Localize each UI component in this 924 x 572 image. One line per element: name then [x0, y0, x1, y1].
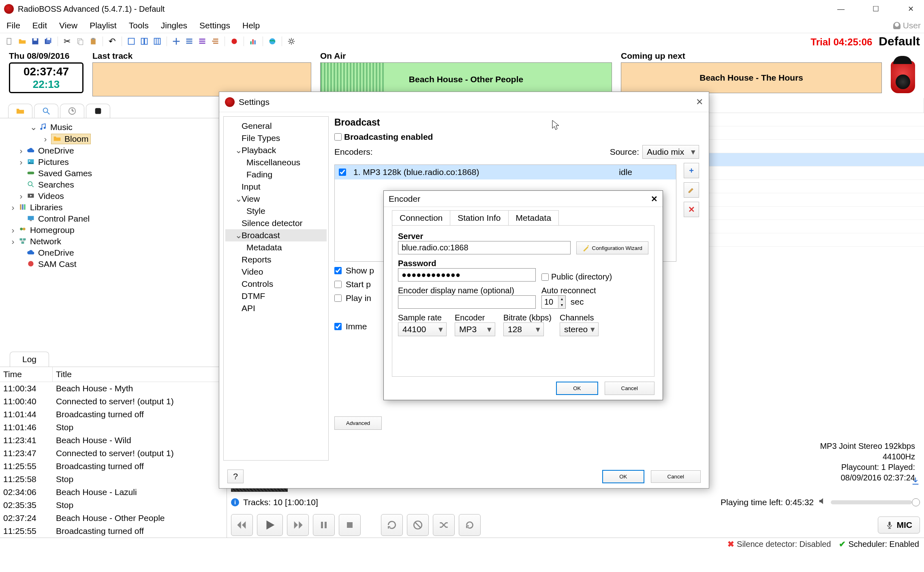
- copy-icon[interactable]: [75, 36, 86, 47]
- tree-item[interactable]: Saved Games: [2, 168, 225, 179]
- volume-slider[interactable]: [831, 500, 912, 504]
- encoder-close-button[interactable]: ✕: [651, 194, 658, 204]
- new-file-icon[interactable]: [4, 36, 15, 47]
- log-row[interactable]: 11:25:55Broadcasting turned off: [0, 460, 227, 473]
- tree-item[interactable]: ›Network: [2, 236, 225, 247]
- menu-playlist[interactable]: Playlist: [86, 19, 120, 32]
- show-p-checkbox[interactable]: [334, 267, 342, 274]
- encoder-delete-button[interactable]: ✕: [684, 202, 699, 217]
- settings-tree-item[interactable]: Fading: [225, 169, 327, 181]
- settings-tree-item[interactable]: Metadata: [225, 241, 327, 254]
- tab-search[interactable]: [34, 104, 58, 118]
- list2-icon[interactable]: [197, 36, 207, 47]
- list1-icon[interactable]: [184, 36, 195, 47]
- stats-icon[interactable]: [248, 36, 259, 47]
- layout3-icon[interactable]: [152, 36, 163, 47]
- paste-icon[interactable]: [88, 36, 98, 47]
- log-row[interactable]: 11:23:41Beach House - Wild: [0, 434, 227, 447]
- tree-item[interactable]: ›Bloom: [2, 133, 225, 145]
- settings-tree[interactable]: GeneralFile Types⌄PlaybackMiscellaneousF…: [223, 116, 329, 461]
- save-all-icon[interactable]: [43, 36, 53, 47]
- settings-tree-item[interactable]: Controls: [225, 278, 327, 290]
- tree-item[interactable]: ›Pictures: [2, 156, 225, 168]
- tree-item[interactable]: ›Homegroup: [2, 224, 225, 236]
- encoder-row[interactable]: 1. MP3 128k (blue.radio.co:1868) idle: [335, 165, 676, 179]
- user-menu[interactable]: User: [893, 21, 921, 30]
- password-input[interactable]: [398, 268, 536, 282]
- server-input[interactable]: [398, 241, 571, 254]
- broadcasting-enabled-checkbox[interactable]: Broadcasting enabled: [334, 132, 699, 142]
- gear-icon[interactable]: [286, 36, 297, 47]
- tab-station-info[interactable]: Station Info: [450, 210, 508, 225]
- volume-knob[interactable]: [912, 498, 920, 506]
- tab-schedule[interactable]: [60, 104, 84, 118]
- tree-item[interactable]: SAM Cast: [2, 258, 225, 270]
- tree-item[interactable]: ›Libraries: [2, 202, 225, 213]
- volume-icon[interactable]: [818, 497, 827, 508]
- log-row[interactable]: 02:34:06Beach House - Lazuli: [0, 486, 227, 499]
- encoder-edit-button[interactable]: [684, 182, 699, 198]
- sample-rate-select[interactable]: 44100: [398, 322, 447, 336]
- log-row[interactable]: 11:25:55Broadcasting turned off: [0, 525, 227, 538]
- log-row[interactable]: 11:00:34Beach House - Myth: [0, 382, 227, 395]
- encoder-type-select[interactable]: MP3: [455, 322, 495, 336]
- encoder-enabled-checkbox[interactable]: [339, 169, 346, 176]
- shuffle-button[interactable]: [433, 514, 455, 536]
- menu-jingles[interactable]: Jingles: [158, 19, 190, 32]
- refresh-button[interactable]: [459, 514, 481, 536]
- cut-icon[interactable]: ✂: [62, 36, 73, 47]
- settings-cancel-button[interactable]: Cancel: [651, 470, 701, 483]
- prev-button[interactable]: [231, 514, 253, 536]
- start-p-checkbox[interactable]: [334, 281, 342, 288]
- tab-connection[interactable]: Connection: [392, 210, 450, 225]
- menu-help[interactable]: Help: [239, 19, 263, 32]
- scheduler-status[interactable]: Scheduler: Enabled: [839, 539, 919, 549]
- skip-button[interactable]: [407, 514, 429, 536]
- settings-help-button[interactable]: ?: [227, 470, 244, 483]
- folder-tree[interactable]: ⌄Music›Bloom›OneDrive›PicturesSaved Game…: [0, 118, 227, 347]
- encoder-add-button[interactable]: +: [684, 163, 699, 178]
- reconnect-spinner[interactable]: ▴▾: [541, 295, 566, 309]
- log-row[interactable]: 11:25:58Stop: [0, 473, 227, 486]
- advanced-button[interactable]: Advanced: [334, 416, 382, 430]
- tree-item[interactable]: Searches: [2, 179, 225, 190]
- settings-tree-item[interactable]: DTMF: [225, 290, 327, 302]
- settings-tree-item[interactable]: General: [225, 120, 327, 132]
- silence-detector-status[interactable]: Silence detector: Disabled: [727, 539, 831, 549]
- config-wizard-button[interactable]: Configuration Wizard: [576, 241, 648, 254]
- encoder-ok-button[interactable]: OK: [556, 382, 598, 395]
- tree-item[interactable]: ›Videos: [2, 190, 225, 202]
- mic-button[interactable]: MIC: [878, 517, 920, 534]
- log-row[interactable]: 02:35:35Stop: [0, 499, 227, 512]
- menu-view[interactable]: View: [56, 19, 81, 32]
- settings-tree-item[interactable]: ⌄View: [225, 193, 327, 205]
- source-select[interactable]: Audio mix: [642, 145, 699, 159]
- settings-tree-item[interactable]: ⌄Playback: [225, 144, 327, 156]
- menu-edit[interactable]: Edit: [29, 19, 50, 32]
- settings-tree-item[interactable]: Style: [225, 205, 327, 217]
- settings-tree-item[interactable]: Reports: [225, 254, 327, 266]
- log-row[interactable]: 02:37:24Beach House - Other People: [0, 512, 227, 525]
- encoder-cancel-button[interactable]: Cancel: [605, 382, 655, 395]
- bitrate-select[interactable]: 128: [503, 322, 544, 336]
- record-icon[interactable]: [229, 36, 240, 47]
- menu-file[interactable]: File: [3, 19, 24, 32]
- log-row[interactable]: 11:00:40Connected to server! (output 1): [0, 395, 227, 408]
- reconnect-input[interactable]: [542, 296, 558, 308]
- log-body[interactable]: 11:00:34Beach House - Myth11:00:40Connec…: [0, 382, 227, 538]
- tab-cart[interactable]: [86, 104, 110, 118]
- tree-item[interactable]: OneDrive: [2, 247, 225, 258]
- menu-tools[interactable]: Tools: [126, 19, 152, 32]
- play-button[interactable]: [257, 514, 283, 536]
- log-row[interactable]: 11:01:46Stop: [0, 421, 227, 434]
- settings-tree-item[interactable]: ⌄Broadcast: [225, 229, 327, 241]
- compose-icon[interactable]: [171, 36, 182, 47]
- log-col-time[interactable]: Time: [0, 367, 53, 382]
- layout1-icon[interactable]: [126, 36, 137, 47]
- play-in-checkbox[interactable]: [334, 295, 342, 302]
- tab-metadata[interactable]: Metadata: [508, 210, 559, 225]
- settings-close-button[interactable]: ✕: [696, 97, 703, 107]
- settings-tree-item[interactable]: Video: [225, 266, 327, 278]
- settings-tree-item[interactable]: File Types: [225, 132, 327, 144]
- undo-icon[interactable]: ↶: [107, 36, 118, 47]
